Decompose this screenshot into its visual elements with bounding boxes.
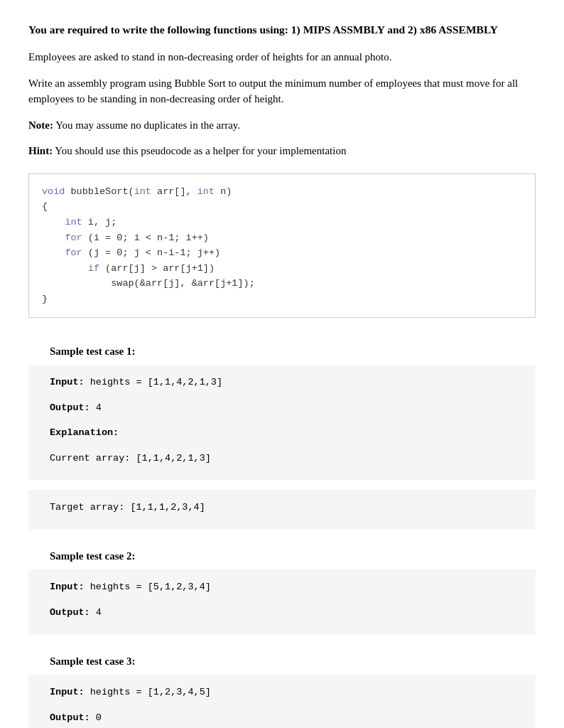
code-line-2: { bbox=[42, 199, 522, 215]
sample-1-box: Input: heights = [1,1,4,2,1,3] Output: 4… bbox=[28, 365, 536, 480]
note-text: You may assume no duplicates in the arra… bbox=[53, 119, 240, 131]
hint-text: You should use this pseudocode as a help… bbox=[53, 145, 346, 156]
note-line: Note: You may assume no duplicates in th… bbox=[28, 117, 536, 134]
sample-3-output: Output: 0 bbox=[50, 710, 514, 726]
code-line-3: int i, j; bbox=[42, 215, 522, 230]
intro-paragraph1: Employees are asked to stand in non-decr… bbox=[28, 49, 536, 65]
intro-paragraph2: Write an assembly program using Bubble S… bbox=[28, 75, 536, 107]
code-line-1: void bubbleSort(int arr[], int n) bbox=[42, 184, 522, 200]
sample-3-title: Sample test case 3: bbox=[28, 645, 536, 675]
sample-3: Sample test case 3: Input: heights = [1,… bbox=[28, 645, 536, 728]
sample-2: Sample test case 2: Input: heights = [5,… bbox=[28, 540, 536, 635]
code-block: void bubbleSort(int arr[], int n) { int … bbox=[28, 173, 536, 318]
sample-1-input: Input: heights = [1,1,4,2,1,3] bbox=[50, 375, 514, 390]
sample-1-target-box: Target array: [1,1,1,2,3,4] bbox=[28, 490, 536, 530]
sample-1: Sample test case 1: Input: heights = [1,… bbox=[28, 335, 536, 530]
code-line-5: for (j = 0; j < n-i-1; j++) bbox=[42, 245, 522, 261]
sample-2-output: Output: 4 bbox=[50, 605, 514, 621]
note-label: Note: bbox=[28, 119, 53, 131]
sample-2-input: Input: heights = [5,1,2,3,4] bbox=[50, 579, 514, 595]
sample-1-output: Output: 4 bbox=[50, 400, 514, 416]
main-heading: You are required to write the following … bbox=[28, 21, 536, 38]
sample-1-target: Target array: [1,1,1,2,3,4] bbox=[50, 500, 514, 515]
sample-2-box: Input: heights = [5,1,2,3,4] Output: 4 bbox=[28, 569, 536, 634]
code-line-4: for (i = 0; i < n-1; i++) bbox=[42, 230, 522, 246]
hint-line: Hint: You should use this pseudocode as … bbox=[28, 143, 536, 159]
sample-3-box: Input: heights = [1,2,3,4,5] Output: 0 bbox=[28, 675, 536, 728]
code-line-7: swap(&arr[j], &arr[j+1]); bbox=[42, 276, 522, 291]
sample-1-title: Sample test case 1: bbox=[28, 335, 536, 365]
sample-1-explanation-label: Explanation: bbox=[50, 425, 514, 441]
code-line-6: if (arr[j] > arr[j+1]) bbox=[42, 261, 522, 277]
sample-3-input: Input: heights = [1,2,3,4,5] bbox=[50, 685, 514, 700]
sample-1-current: Current array: [1,1,4,2,1,3] bbox=[50, 451, 514, 466]
hint-label: Hint: bbox=[28, 145, 53, 156]
code-line-8: } bbox=[42, 291, 522, 307]
sample-2-title: Sample test case 2: bbox=[28, 540, 536, 570]
